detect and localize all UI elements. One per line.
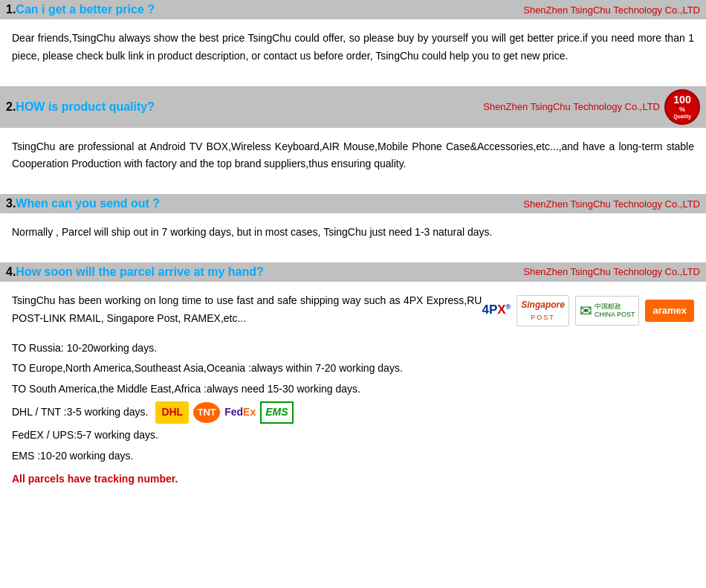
- section-2-header-right: ShenZhen TsingChu Technology Co.,LTD 100…: [483, 89, 700, 125]
- 4px-logo: 4PX®: [482, 300, 511, 321]
- section-2-text: TsingChu are professional at Android TV …: [12, 138, 694, 174]
- company-name-2: ShenZhen TsingChu Technology Co.,LTD: [483, 101, 660, 112]
- tnt-logo: TNT: [193, 402, 220, 423]
- courier-logos: DHL TNT FedEx EMS: [155, 401, 293, 424]
- china-post-logo: ✉ 中国邮政 CHINA POST: [575, 296, 640, 326]
- section-3-title-text: When can you send out ?: [16, 197, 160, 210]
- section-4: 4.How soon will the parcel arrive at my …: [0, 262, 706, 503]
- company-name-1: ShenZhen TsingChu Technology Co.,LTD: [523, 4, 700, 16]
- section-2: 2.HOW is product quality? ShenZhen Tsing…: [0, 86, 706, 189]
- section-1-title-text: Can i get a better price ?: [16, 3, 155, 16]
- section-4-title-text: How soon will the parcel arrive at my ha…: [16, 265, 263, 278]
- ems-row: EMS :10-20 working days.: [12, 448, 694, 465]
- section-3-title: 3.When can you send out ?: [6, 197, 160, 210]
- section-3: 3.When can you send out ? ShenZhen Tsing…: [0, 194, 706, 256]
- company-name-3: ShenZhen TsingChu Technology Co.,LTD: [523, 198, 700, 210]
- russia-shipping: TO Russia: 10-20working days.: [12, 340, 694, 358]
- company-name-4: ShenZhen TsingChu Technology Co.,LTD: [523, 266, 700, 277]
- section-4-body: 4PX® Singapore POST ✉ 中国邮政 CHINA POST: [0, 288, 706, 503]
- section-1-title: 1.Can i get a better price ?: [6, 3, 155, 16]
- tracking-note: All parcels have tracking number.: [12, 471, 694, 488]
- ems-logo: EMS: [260, 401, 293, 424]
- europe-shipping: TO Europe,North America,Southeast Asia,O…: [12, 360, 694, 378]
- quality-badge: 100 % Quality: [664, 89, 700, 125]
- singapore-post-logo: Singapore POST: [516, 295, 569, 326]
- section-1-text: Dear friends,TsingChu always show the be…: [12, 30, 694, 65]
- section-2-title-text: HOW is product quality?: [16, 100, 155, 113]
- page-wrapper: 1.Can i get a better price ? ShenZhen Ts…: [0, 0, 706, 503]
- section-2-body: TsingChu are professional at Android TV …: [0, 134, 706, 189]
- section-2-number: 2.: [6, 100, 16, 113]
- fedex-logo: FedEx: [224, 404, 256, 421]
- south-america-shipping: TO South America,the Middle East,Africa …: [12, 381, 694, 398]
- section-4-title: 4.How soon will the parcel arrive at my …: [6, 265, 264, 279]
- section-1-number: 1.: [6, 3, 16, 16]
- section-4-number: 4.: [6, 265, 16, 278]
- dhl-row: DHL / TNT :3-5 working days. DHL TNT Fed…: [12, 401, 694, 424]
- section-3-body: Normally , Parcel will ship out in 7 wor…: [0, 219, 706, 256]
- section-1-body: Dear friends,TsingChu always show the be…: [0, 25, 706, 80]
- aramex-logo: aramex: [645, 300, 694, 322]
- fedex-row: FedEX / UPS:5-7 working days.: [12, 427, 694, 445]
- section-3-header: 3.When can you send out ? ShenZhen Tsing…: [0, 194, 706, 213]
- section-4-header: 4.How soon will the parcel arrive at my …: [0, 262, 706, 282]
- section-3-number: 3.: [6, 197, 16, 210]
- section-3-text: Normally , Parcel will ship out in 7 wor…: [12, 224, 694, 242]
- section-2-title: 2.HOW is product quality?: [6, 100, 155, 114]
- shipping-logos: 4PX® Singapore POST ✉ 中国邮政 CHINA POST: [482, 295, 694, 326]
- section-1-header: 1.Can i get a better price ? ShenZhen Ts…: [0, 0, 706, 19]
- section-1: 1.Can i get a better price ? ShenZhen Ts…: [0, 0, 706, 80]
- dhl-logo: DHL: [155, 401, 189, 424]
- section-2-header: 2.HOW is product quality? ShenZhen Tsing…: [0, 86, 706, 128]
